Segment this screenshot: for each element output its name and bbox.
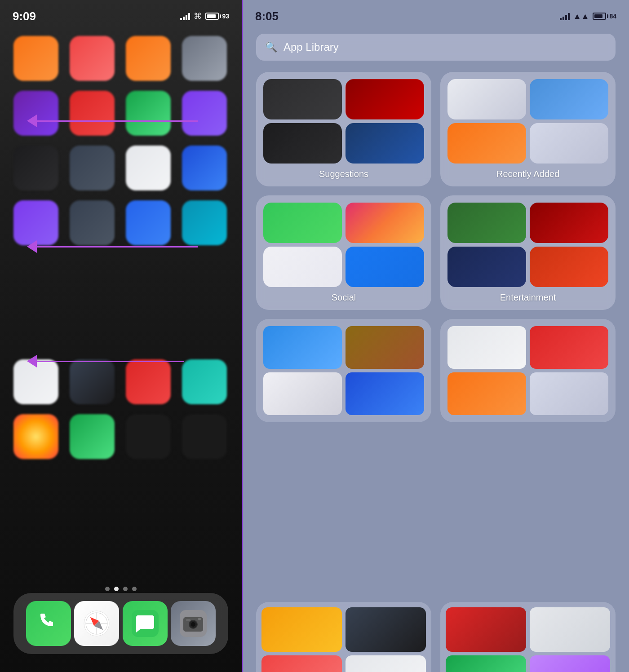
status-bar-right: 8:05 ▲▲ 84 [243,0,629,27]
recent-icon-bl [447,123,526,164]
svg-point-12 [198,618,201,620]
app-icon-left-15[interactable] [126,200,171,245]
dot-1 [105,587,110,591]
app-icon-left-8[interactable] [182,91,227,136]
status-icons-right: ▲▲ 84 [560,12,616,21]
suggestion-icon-br [346,123,424,164]
folder-entertainment-icons [447,203,608,287]
signal-icon-right [560,12,570,20]
folder-utilities[interactable] [256,319,431,422]
folder-bottom-left[interactable] [256,602,431,672]
social-icon-br [346,247,424,287]
dot-2 [114,587,119,591]
folder-suggestions-label: Suggestions [319,169,368,179]
folder-social-label: Social [332,292,356,303]
recent-icon-tl [447,79,526,119]
status-icons-left: ⌘ 93 [180,11,229,21]
app-icon-left-9[interactable] [13,146,58,190]
app-library-search[interactable]: 🔍 App Library [256,34,616,61]
arrow-line-3 [37,361,184,362]
wifi-icon-left: ⌘ [194,11,202,21]
app-icon-left-24 [182,414,227,459]
app-icon-left-5[interactable] [13,91,58,136]
arrow-line-2 [37,246,198,248]
arrow-head-3 [27,355,37,367]
suggestion-icon-tr [346,79,424,119]
app-grid-left [13,36,228,245]
app-icon-left-11[interactable] [126,146,171,190]
app-icon-left-13[interactable] [13,200,58,245]
entertainment-icon-bl [447,247,526,287]
battery-icon-right: 84 [593,13,616,20]
app-icon-left-16[interactable] [182,200,227,245]
suggestion-icon-tl [263,79,342,119]
dock [13,593,228,654]
folder-recently-icons [447,79,608,164]
folder-social[interactable]: Social [256,195,431,310]
folder-bottom-right[interactable] [440,602,616,672]
dock-phone-icon[interactable] [26,601,71,646]
social-icon-tr [346,203,424,243]
bottom-partial-folders [256,602,616,672]
arrow-3 [27,355,184,367]
social-icon-bl [263,247,342,287]
status-bar-left: 9:09 ⌘ 93 [0,0,242,27]
arrow-2 [27,240,198,253]
app-icon-left-12[interactable] [182,146,227,190]
page-dots [0,587,242,591]
search-label: App Library [283,41,339,53]
suggestion-icon-bl [263,123,342,164]
app-icon-left-14[interactable] [70,200,115,245]
time-right: 8:05 [255,9,279,23]
dot-4 [132,587,137,591]
signal-icon-left [180,12,190,20]
wifi-icon-right: ▲▲ [573,12,589,21]
app-grid-row5 [13,359,228,459]
battery-icon-left: 93 [205,13,229,20]
folder-entertainment-label: Entertainment [500,292,556,303]
dock-messages-icon[interactable] [123,601,168,646]
app-icon-left-7[interactable] [126,91,171,136]
svg-rect-13 [186,619,190,621]
dock-safari-icon[interactable] [74,601,119,646]
social-icon-tl [263,203,342,243]
app-icon-left-2[interactable] [70,36,115,81]
arrow-line-1 [37,120,198,122]
entertainment-icon-tr [530,203,608,243]
arrow-head-2 [27,240,37,253]
folder-productivity[interactable] [440,319,616,422]
app-icon-left-4[interactable] [182,36,227,81]
folder-suggestions[interactable]: Suggestions [256,72,431,186]
app-icon-left-3[interactable] [126,36,171,81]
recent-icon-br [530,123,608,164]
app-icon-left-6[interactable] [70,91,115,136]
folder-social-icons [263,203,424,287]
svg-point-11 [191,622,195,627]
left-phone-panel: 9:09 ⌘ 93 [0,0,243,672]
folder-recently-added[interactable]: Recently Added [440,72,616,186]
arrow-head-1 [27,115,37,127]
folder-recently-label: Recently Added [496,169,559,179]
folder-suggestions-icons [263,79,424,164]
app-icon-left-10[interactable] [70,146,115,190]
search-icon: 🔍 [265,41,277,53]
folder-entertainment[interactable]: Entertainment [440,195,616,310]
entertainment-icon-tl [447,203,526,243]
dock-camera-icon[interactable] [171,601,216,646]
entertainment-icon-br [530,247,608,287]
app-icon-left-23 [126,414,171,459]
app-icon-left-20[interactable] [182,359,227,404]
time-left: 9:09 [13,9,36,23]
recent-icon-tr [530,79,608,119]
app-library-grid: Suggestions Recently Added Social [256,72,616,422]
right-phone-panel: 8:05 ▲▲ 84 🔍 App Library [243,0,629,672]
dot-3 [123,587,128,591]
app-icon-left-22[interactable] [70,414,115,459]
app-icon-left-1[interactable] [13,36,58,81]
app-icon-left-21[interactable] [13,414,58,459]
arrow-1 [27,115,198,127]
